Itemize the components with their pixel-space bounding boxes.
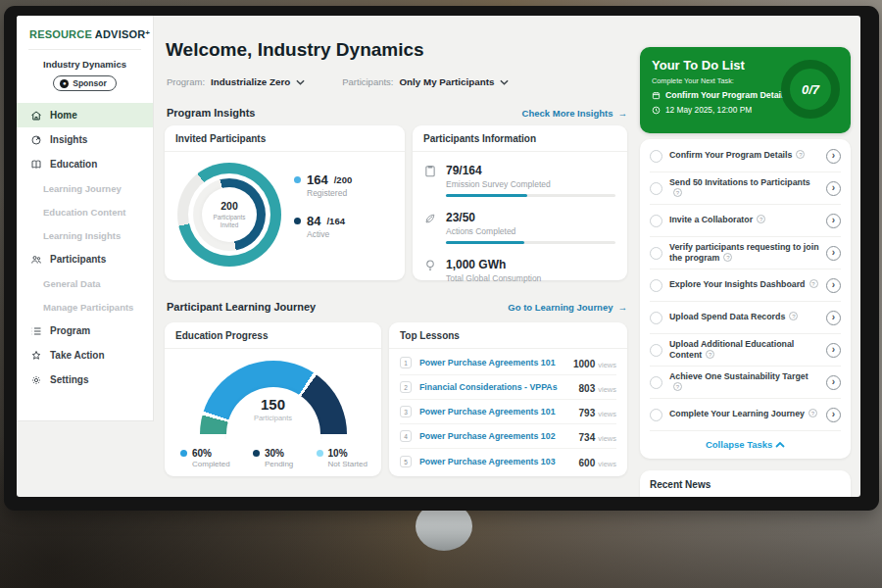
link-label: Check More Insights (522, 108, 613, 119)
task-open-button[interactable]: › (826, 278, 841, 293)
sponsor-label: Sponsor (73, 78, 106, 88)
next-task-due-label: 12 May 2025, 12:00 PM (665, 105, 752, 115)
info-icon[interactable]: ? (789, 312, 798, 320)
info-icon[interactable]: ? (673, 382, 682, 391)
sponsor-badge[interactable]: ● Sponsor (53, 75, 116, 91)
program-insights-header: Program Insights Check More Insights → (167, 107, 627, 119)
lesson-link[interactable]: Power Purchase Agreements 101 (419, 358, 565, 368)
participants-select-value: Only My Participants (399, 76, 494, 87)
task-checkbox[interactable] (650, 409, 662, 421)
go-to-learning-journey-link[interactable]: Go to Learning Journey → (508, 302, 627, 313)
views-suffix: views (598, 460, 616, 468)
lesson-link[interactable]: Power Purchase Agreements 103 (419, 457, 571, 466)
info-icon[interactable]: ? (706, 350, 714, 359)
collapse-label: Collapse Tasks (706, 439, 772, 450)
participants-select[interactable]: Participants: Only My Participants (342, 76, 509, 87)
sidebar-item-general-data[interactable]: General Data (17, 271, 153, 295)
info-icon[interactable]: ? (809, 279, 818, 288)
stat-label: Actions Completed (446, 226, 615, 236)
task-checkbox[interactable] (650, 182, 662, 195)
sidebar-item-home[interactable]: Home (17, 103, 153, 127)
sidebar-item-label: Education (50, 159, 97, 170)
task-checkbox[interactable] (650, 344, 662, 357)
program-select[interactable]: Program: Industrialize Zero (167, 76, 305, 87)
lesson-views: 793 (579, 408, 596, 418)
legend-item-pending: 30% Pending (253, 448, 293, 468)
sidebar-item-learning-insights[interactable]: Learning Insights (17, 223, 153, 247)
task-row[interactable]: Confirm Your Program Details? › (650, 140, 841, 172)
legend-dot (294, 176, 301, 183)
task-row[interactable]: Send 50 Invitations to Participants? › (650, 172, 841, 205)
info-icon[interactable]: ? (723, 253, 732, 262)
task-label: Achieve One Sustainability Target (669, 371, 808, 381)
task-open-button[interactable]: › (826, 149, 841, 164)
task-row[interactable]: Upload Spend Data Records? › (650, 302, 841, 334)
task-open-button[interactable]: › (826, 246, 841, 261)
card-title: Education Progress (165, 322, 381, 349)
task-open-button[interactable]: › (826, 375, 841, 390)
lesson-link[interactable]: Financial Considerations - VPPAs (419, 382, 571, 392)
views-suffix: views (598, 385, 616, 394)
task-label: Send 50 Invitations to Participants (669, 177, 810, 187)
todo-tasks-card: Confirm Your Program Details? › Send 50 … (640, 139, 851, 459)
progress-track (446, 194, 615, 197)
sidebar-item-education-content[interactable]: Education Content (17, 200, 153, 223)
task-open-button[interactable]: › (826, 214, 841, 228)
action-icon (30, 350, 42, 362)
task-checkbox[interactable] (650, 279, 662, 292)
education-progress-card: Education Progress 150 Participants 60% … (165, 322, 381, 476)
donut-legend: 164 /200 Registered 84 /164 Active (294, 172, 352, 255)
task-row[interactable]: Verify participants requesting to join t… (650, 237, 841, 270)
info-icon[interactable]: ? (673, 188, 682, 197)
task-open-button[interactable]: › (826, 311, 841, 325)
sidebar-item-take-action[interactable]: Take Action (17, 343, 153, 368)
card-title: Participants Information (413, 125, 627, 152)
info-icon[interactable]: ? (796, 150, 805, 159)
collapse-tasks-link[interactable]: Collapse Tasks (650, 431, 841, 455)
monitor-bezel: RESOURCE ADVISOR+ Industry Dynamics ● Sp… (4, 6, 879, 511)
sidebar-item-manage-participants[interactable]: Manage Participants (17, 295, 153, 318)
sidebar-item-insights[interactable]: Insights (17, 127, 153, 152)
sidebar-item-education[interactable]: Education (17, 152, 153, 176)
sidebar-item-participants[interactable]: Participants (17, 247, 153, 271)
views-suffix: views (598, 434, 616, 443)
sidebar-item-settings[interactable]: Settings (17, 368, 153, 392)
invited-donut-chart: 200 Participants Invited (177, 163, 281, 267)
next-task-label: Confirm Your Program Details (665, 90, 788, 100)
check-more-insights-link[interactable]: Check More Insights → (522, 108, 627, 119)
lesson-link[interactable]: Power Purchase Agreements 101 (419, 407, 571, 416)
invited-participants-card: Invited Participants 200 Participants In… (165, 125, 405, 280)
gauge-value: 150 (200, 396, 347, 413)
legend-label: Active (307, 229, 352, 239)
lesson-link[interactable]: Power Purchase Agreements 102 (419, 431, 571, 441)
invited-total-label: Participants Invited (208, 214, 251, 229)
task-row[interactable]: Achieve One Sustainability Target? › (650, 367, 841, 399)
task-label: Verify participants requesting to join t… (669, 242, 819, 263)
sidebar-item-learning-journey[interactable]: Learning Journey (17, 176, 153, 200)
task-row[interactable]: Explore Your Insights Dashboard? › (650, 270, 841, 302)
task-checkbox[interactable] (650, 215, 662, 227)
leaf-icon (424, 208, 437, 244)
sidebar-item-program[interactable]: Program (17, 318, 153, 343)
task-checkbox[interactable] (650, 150, 662, 163)
task-open-button[interactable]: › (826, 181, 841, 196)
task-row[interactable]: Complete Your Learning Journey? › (650, 399, 841, 431)
stat-total-consumption: 1,000 GWh Total Global Consumption (424, 255, 615, 283)
task-label: Upload Additional Educational Content (669, 339, 794, 360)
task-checkbox[interactable] (650, 312, 662, 324)
task-open-button[interactable]: › (826, 408, 841, 422)
task-row[interactable]: Upload Additional Educational Content? › (650, 334, 841, 367)
legend-label: Completed (192, 460, 230, 468)
task-checkbox[interactable] (650, 376, 662, 389)
chevron-down-icon (296, 79, 305, 85)
task-row[interactable]: Invite a Collaborator? › (650, 205, 841, 237)
lesson-rank: 5 (400, 456, 412, 467)
legend-value: 30% (265, 448, 284, 459)
sidebar-item-label: General Data (43, 278, 101, 289)
lesson-row: 3 Power Purchase Agreements 101 793views (400, 400, 616, 424)
info-icon[interactable]: ? (808, 409, 817, 417)
task-open-button[interactable]: › (826, 343, 841, 358)
task-checkbox[interactable] (650, 247, 662, 260)
info-icon[interactable]: ? (757, 215, 765, 223)
donut-center: 200 Participants Invited (202, 187, 257, 242)
